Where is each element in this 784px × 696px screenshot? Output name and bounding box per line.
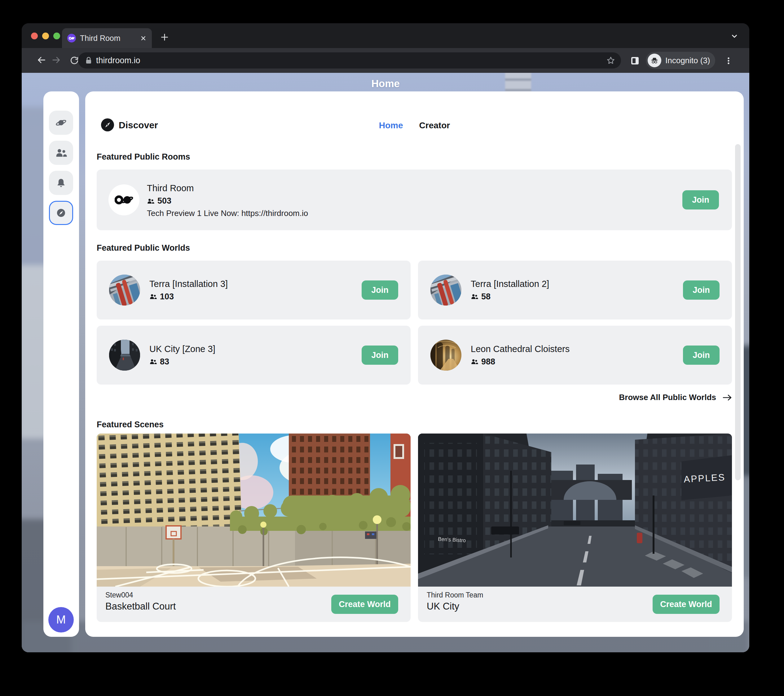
- join-world-button[interactable]: Join: [683, 346, 720, 365]
- back-button[interactable]: [34, 54, 48, 67]
- worlds-section-header: Featured Public Worlds: [97, 243, 190, 253]
- forward-button[interactable]: [51, 54, 64, 67]
- apples-sign-text: APPLES: [684, 472, 726, 484]
- user-avatar-initial: M: [56, 613, 66, 626]
- scene-footer: Stew004 Basketball Court Create World: [97, 587, 410, 622]
- discover-panel: Discover Home Creator Featured Public Ro…: [85, 91, 744, 637]
- compass-icon: [56, 207, 67, 219]
- macos-minimize-button[interactable]: [42, 33, 49, 39]
- app-sidebar: M: [43, 91, 79, 637]
- world-name: Leon Cathedral Cloisters: [471, 344, 570, 354]
- browser-toolbar: thirdroom.io Incognito (3): [22, 48, 749, 73]
- panel-scrollbar[interactable]: [735, 144, 741, 480]
- scene-footer: Third Room Team UK City Create World: [418, 587, 732, 622]
- members-icon: [471, 358, 478, 365]
- bell-icon: [56, 178, 66, 188]
- browse-all-public-worlds-link[interactable]: Browse All Public Worlds: [619, 393, 733, 402]
- join-world-button[interactable]: Join: [362, 280, 398, 299]
- members-icon: [471, 293, 478, 300]
- featured-room-card: Third Room 503 Tech Preview 1 Live Now: …: [97, 169, 732, 230]
- rooms-section-header: Featured Public Rooms: [97, 152, 190, 162]
- scene-card-uk-city: Ben's Bistro APPLES Third Room Team UK C…: [418, 434, 732, 622]
- tab-title: Third Room: [80, 34, 138, 43]
- scene-author: Third Room Team: [427, 591, 483, 599]
- discover-tabs: Home Creator: [85, 120, 744, 130]
- tab-creator[interactable]: Creator: [419, 120, 450, 130]
- basketball-court-scene-image: [97, 434, 410, 587]
- tab-home[interactable]: Home: [379, 120, 403, 130]
- browse-link-label: Browse All Public Worlds: [619, 393, 716, 402]
- members-icon: [147, 198, 154, 204]
- scene-author: Stew004: [105, 591, 133, 599]
- address-bar[interactable]: thirdroom.io: [78, 53, 621, 69]
- join-world-button[interactable]: Join: [362, 346, 398, 365]
- side-panel-icon[interactable]: [630, 56, 640, 66]
- bookmark-star-icon[interactable]: [606, 56, 615, 65]
- world-card-leon-cathedral: Leon Cathedral Cloisters 988 Join: [418, 326, 732, 385]
- world-avatar-terra: [430, 275, 461, 306]
- room-member-count: 503: [157, 196, 171, 206]
- macos-zoom-button[interactable]: [53, 33, 60, 39]
- world-member-count: 83: [160, 357, 169, 367]
- page-background: Home: [22, 73, 749, 652]
- browser-window: Third Room: [22, 23, 749, 652]
- room-description: Tech Preview 1 Live Now: https://thirdro…: [147, 209, 308, 218]
- page-title: Home: [22, 78, 749, 90]
- scene-title: Basketball Court: [105, 601, 176, 612]
- join-world-button[interactable]: Join: [683, 280, 720, 299]
- browser-tab[interactable]: Third Room: [62, 28, 152, 48]
- scenes-section-header: Featured Scenes: [97, 420, 164, 429]
- lock-icon: [86, 57, 92, 64]
- world-member-count: 58: [481, 292, 491, 301]
- members-icon: [149, 293, 157, 300]
- world-avatar-cathedral: [430, 340, 461, 370]
- scene-card-basketball-court: Stew004 Basketball Court Create World: [97, 434, 410, 622]
- world-avatar-terra: [109, 275, 140, 306]
- sidebar-item-friends[interactable]: [49, 141, 73, 165]
- third-room-logo-avatar: [109, 184, 140, 216]
- new-tab-button[interactable]: [157, 30, 172, 44]
- world-name: Terra [Installation 2]: [471, 279, 549, 289]
- create-world-button[interactable]: Create World: [652, 595, 720, 614]
- arrow-right-icon: [722, 394, 732, 401]
- incognito-icon: [648, 54, 661, 67]
- people-icon: [55, 148, 67, 158]
- world-member-count: 103: [160, 292, 174, 301]
- tab-search-chevron-icon[interactable]: [728, 30, 741, 43]
- incognito-label: Incognito (3): [665, 56, 710, 66]
- world-member-count: 988: [481, 357, 495, 367]
- sidebar-item-worlds[interactable]: [49, 110, 73, 135]
- planet-icon: [55, 117, 67, 128]
- uk-city-scene-image: Ben's Bistro APPLES: [418, 434, 732, 587]
- user-avatar[interactable]: M: [48, 607, 74, 632]
- tab-close-icon[interactable]: [138, 33, 148, 43]
- members-icon: [149, 358, 157, 365]
- room-name: Third Room: [147, 183, 308, 193]
- third-room-favicon: [67, 34, 76, 43]
- world-card-terra-2: Terra [Installation 2] 58 Join: [418, 261, 732, 319]
- scene-title: UK City: [427, 601, 459, 612]
- browser-tab-strip: Third Room: [22, 23, 749, 48]
- world-name: UK City [Zone 3]: [149, 344, 215, 354]
- url-text: thirdroom.io: [96, 56, 606, 66]
- sidebar-item-discover[interactable]: [49, 201, 73, 225]
- browser-menu-icon[interactable]: [723, 55, 735, 67]
- create-world-button[interactable]: Create World: [331, 595, 398, 614]
- world-card-uk-city: UK City [Zone 3] 83 Join: [97, 326, 410, 385]
- sidebar-item-notifications[interactable]: [49, 171, 73, 195]
- world-card-terra-3: Terra [Installation 3] 103 Join: [97, 261, 410, 319]
- incognito-badge[interactable]: Incognito (3): [646, 52, 715, 69]
- macos-close-button[interactable]: [31, 33, 38, 39]
- join-room-button[interactable]: Join: [682, 190, 719, 209]
- world-name: Terra [Installation 3]: [149, 279, 228, 289]
- world-avatar-uk-city: [109, 340, 140, 370]
